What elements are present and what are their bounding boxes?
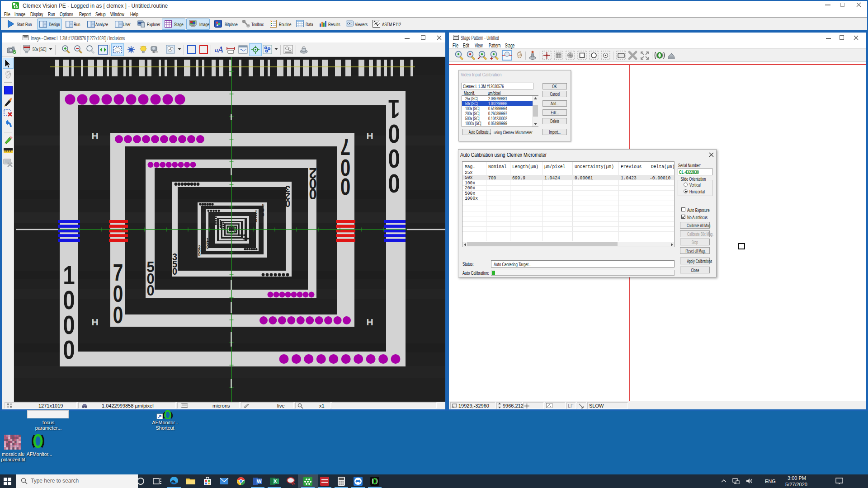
svg-text:0: 0 (309, 185, 316, 202)
svg-text:0: 0 (262, 212, 264, 217)
svg-text:H: H (91, 317, 98, 327)
svg-text:0: 0 (340, 174, 351, 200)
svg-text:0: 0 (262, 207, 264, 213)
svg-text:0: 0 (63, 335, 75, 365)
svg-text:0: 0 (206, 245, 208, 250)
svg-text:A: A (217, 45, 223, 54)
svg-text:H: H (91, 131, 98, 141)
svg-text:X: X (274, 479, 277, 484)
svg-text:0: 0 (255, 218, 257, 223)
svg-text:0: 0 (113, 302, 123, 328)
svg-text:0: 0 (388, 144, 400, 174)
svg-text:W: W (257, 479, 262, 484)
svg-text:0: 0 (198, 252, 200, 258)
svg-text:0: 0 (285, 198, 290, 209)
svg-text:H: H (366, 131, 373, 141)
svg-text:0: 0 (388, 119, 400, 149)
svg-text:0: 0 (146, 282, 154, 299)
svg-text:0: 0 (388, 169, 400, 198)
svg-text:4: 4 (262, 203, 264, 208)
svg-text:H: H (366, 317, 373, 327)
svg-text:1: 1 (388, 94, 400, 124)
svg-text:0: 0 (172, 266, 177, 277)
